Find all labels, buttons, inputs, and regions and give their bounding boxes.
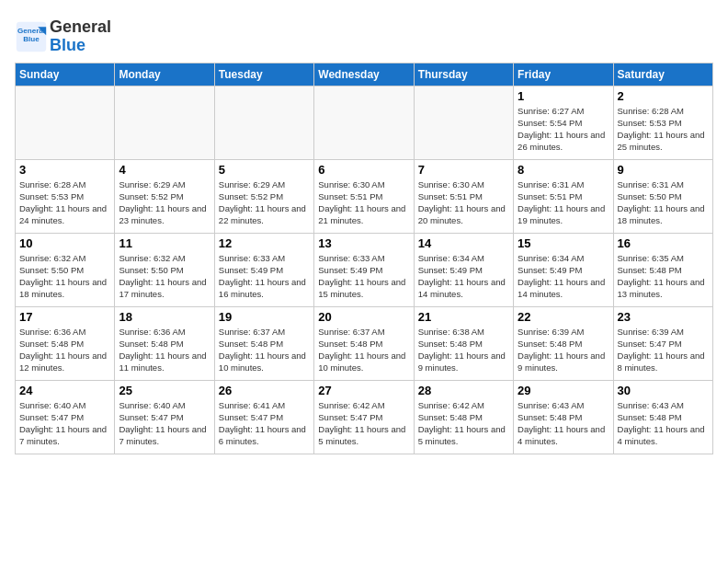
day-info: Sunrise: 6:29 AM Sunset: 5:52 PM Dayligh… [219,178,310,227]
day-number: 7 [418,163,509,177]
day-info: Sunrise: 6:33 AM Sunset: 5:49 PM Dayligh… [318,252,409,301]
day-info: Sunrise: 6:34 AM Sunset: 5:49 PM Dayligh… [418,252,509,301]
day-info: Sunrise: 6:43 AM Sunset: 5:48 PM Dayligh… [618,399,709,448]
day-info: Sunrise: 6:39 AM Sunset: 5:47 PM Dayligh… [618,326,709,374]
calendar-cell: 29Sunrise: 6:43 AM Sunset: 5:48 PM Dayli… [514,380,613,454]
day-number: 1 [518,89,609,103]
day-info: Sunrise: 6:37 AM Sunset: 5:48 PM Dayligh… [219,326,310,374]
calendar-cell: 15Sunrise: 6:34 AM Sunset: 5:49 PM Dayli… [514,233,613,306]
day-number: 13 [318,236,409,250]
calendar-cell: 3Sunrise: 6:28 AM Sunset: 5:53 PM Daylig… [16,159,115,233]
calendar-cell: 27Sunrise: 6:42 AM Sunset: 5:47 PM Dayli… [314,380,414,454]
day-number: 5 [219,163,310,177]
calendar-cell: 8Sunrise: 6:31 AM Sunset: 5:51 PM Daylig… [514,159,613,233]
day-info: Sunrise: 6:34 AM Sunset: 5:49 PM Dayligh… [518,252,609,301]
day-number: 29 [518,384,609,397]
day-info: Sunrise: 6:42 AM Sunset: 5:47 PM Dayligh… [318,399,409,448]
day-of-week-header: Sunday [16,63,115,86]
day-number: 15 [518,236,609,250]
day-info: Sunrise: 6:35 AM Sunset: 5:48 PM Dayligh… [618,252,709,301]
calendar-cell: 12Sunrise: 6:33 AM Sunset: 5:49 PM Dayli… [214,233,313,306]
day-of-week-header: Friday [514,63,613,86]
calendar-cell: 7Sunrise: 6:30 AM Sunset: 5:51 PM Daylig… [414,159,513,233]
day-info: Sunrise: 6:38 AM Sunset: 5:48 PM Dayligh… [418,326,509,374]
svg-text:Blue: Blue [23,35,40,43]
calendar-cell: 16Sunrise: 6:35 AM Sunset: 5:48 PM Dayli… [613,233,712,306]
day-info: Sunrise: 6:40 AM Sunset: 5:47 PM Dayligh… [119,399,210,448]
day-number: 20 [318,310,409,324]
day-of-week-header: Tuesday [214,63,313,86]
day-info: Sunrise: 6:30 AM Sunset: 5:51 PM Dayligh… [418,178,509,227]
day-info: Sunrise: 6:30 AM Sunset: 5:51 PM Dayligh… [318,178,409,227]
day-info: Sunrise: 6:28 AM Sunset: 5:53 PM Dayligh… [19,178,110,227]
day-info: Sunrise: 6:27 AM Sunset: 5:54 PM Dayligh… [518,105,609,154]
day-info: Sunrise: 6:33 AM Sunset: 5:49 PM Dayligh… [219,252,310,301]
day-info: Sunrise: 6:41 AM Sunset: 5:47 PM Dayligh… [219,399,310,448]
calendar-table: SundayMondayTuesdayWednesdayThursdayFrid… [15,63,713,454]
day-number: 25 [119,384,210,397]
calendar-cell [16,86,115,159]
week-row: 3Sunrise: 6:28 AM Sunset: 5:53 PM Daylig… [16,159,713,233]
day-number: 4 [119,163,210,177]
day-number: 26 [219,384,310,397]
day-info: Sunrise: 6:42 AM Sunset: 5:48 PM Dayligh… [418,399,509,448]
day-number: 16 [618,236,709,250]
day-info: Sunrise: 6:39 AM Sunset: 5:48 PM Dayligh… [518,326,609,374]
calendar-cell: 17Sunrise: 6:36 AM Sunset: 5:48 PM Dayli… [16,306,115,380]
day-number: 18 [119,310,210,324]
day-info: Sunrise: 6:29 AM Sunset: 5:52 PM Dayligh… [119,178,210,227]
calendar-cell: 5Sunrise: 6:29 AM Sunset: 5:52 PM Daylig… [214,159,313,233]
calendar-cell: 11Sunrise: 6:32 AM Sunset: 5:50 PM Dayli… [115,233,214,306]
calendar-cell: 14Sunrise: 6:34 AM Sunset: 5:49 PM Dayli… [414,233,513,306]
day-info: Sunrise: 6:37 AM Sunset: 5:48 PM Dayligh… [318,326,409,374]
logo-icon: General Blue [15,20,48,53]
day-number: 2 [618,89,709,103]
day-info: Sunrise: 6:31 AM Sunset: 5:51 PM Dayligh… [518,178,609,227]
calendar-cell: 4Sunrise: 6:29 AM Sunset: 5:52 PM Daylig… [115,159,214,233]
calendar-cell: 13Sunrise: 6:33 AM Sunset: 5:49 PM Dayli… [314,233,414,306]
day-info: Sunrise: 6:32 AM Sunset: 5:50 PM Dayligh… [19,252,110,301]
week-row: 17Sunrise: 6:36 AM Sunset: 5:48 PM Dayli… [16,306,713,380]
calendar-cell [214,86,313,159]
calendar-cell: 25Sunrise: 6:40 AM Sunset: 5:47 PM Dayli… [115,380,214,454]
calendar-cell: 30Sunrise: 6:43 AM Sunset: 5:48 PM Dayli… [613,380,712,454]
day-number: 23 [618,310,709,324]
day-number: 24 [19,384,110,397]
day-number: 10 [19,236,110,250]
calendar-cell: 19Sunrise: 6:37 AM Sunset: 5:48 PM Dayli… [214,306,313,380]
calendar-cell: 18Sunrise: 6:36 AM Sunset: 5:48 PM Dayli… [115,306,214,380]
day-number: 8 [518,163,609,177]
logo: General Blue GeneralBlue [15,18,111,55]
day-of-week-header: Wednesday [314,63,414,86]
calendar-cell: 22Sunrise: 6:39 AM Sunset: 5:48 PM Dayli… [514,306,613,380]
day-info: Sunrise: 6:40 AM Sunset: 5:47 PM Dayligh… [19,399,110,448]
week-row: 1Sunrise: 6:27 AM Sunset: 5:54 PM Daylig… [16,86,713,159]
day-info: Sunrise: 6:28 AM Sunset: 5:53 PM Dayligh… [618,105,709,154]
day-number: 30 [618,384,709,397]
day-info: Sunrise: 6:36 AM Sunset: 5:48 PM Dayligh… [119,326,210,374]
day-info: Sunrise: 6:43 AM Sunset: 5:48 PM Dayligh… [518,399,609,448]
day-number: 28 [418,384,509,397]
day-number: 17 [19,310,110,324]
day-number: 9 [618,163,709,177]
calendar-header-row: SundayMondayTuesdayWednesdayThursdayFrid… [16,63,713,86]
calendar-cell [414,86,513,159]
week-row: 10Sunrise: 6:32 AM Sunset: 5:50 PM Dayli… [16,233,713,306]
calendar-cell: 21Sunrise: 6:38 AM Sunset: 5:48 PM Dayli… [414,306,513,380]
calendar-cell: 6Sunrise: 6:30 AM Sunset: 5:51 PM Daylig… [314,159,414,233]
day-number: 3 [19,163,110,177]
calendar-cell: 1Sunrise: 6:27 AM Sunset: 5:54 PM Daylig… [514,86,613,159]
calendar-cell: 20Sunrise: 6:37 AM Sunset: 5:48 PM Dayli… [314,306,414,380]
day-number: 11 [119,236,210,250]
logo-text: GeneralBlue [50,18,111,55]
day-number: 27 [318,384,409,397]
calendar-cell: 26Sunrise: 6:41 AM Sunset: 5:47 PM Dayli… [214,380,313,454]
day-number: 21 [418,310,509,324]
day-number: 19 [219,310,310,324]
day-number: 12 [219,236,310,250]
day-info: Sunrise: 6:31 AM Sunset: 5:50 PM Dayligh… [618,178,709,227]
week-row: 24Sunrise: 6:40 AM Sunset: 5:47 PM Dayli… [16,380,713,454]
page-header: General Blue GeneralBlue [15,15,713,55]
calendar-cell [314,86,414,159]
calendar-cell: 10Sunrise: 6:32 AM Sunset: 5:50 PM Dayli… [16,233,115,306]
